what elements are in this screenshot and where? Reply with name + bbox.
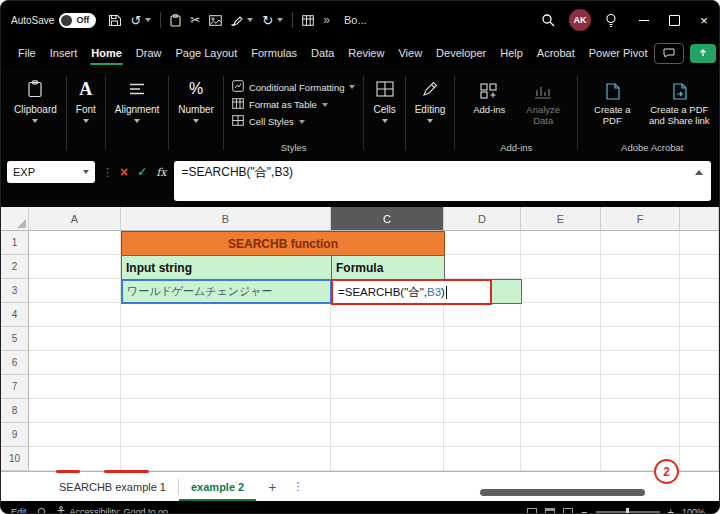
close-button[interactable]: ×	[689, 1, 719, 39]
select-all-corner[interactable]	[1, 207, 29, 231]
cell[interactable]	[601, 255, 680, 279]
row-header-10[interactable]: 10	[1, 447, 29, 471]
tab-draw[interactable]: Draw	[129, 41, 169, 66]
tab-overflow-icon[interactable]: ⋮	[292, 480, 303, 493]
cell[interactable]	[444, 375, 521, 399]
cell[interactable]	[29, 255, 121, 279]
tab-help[interactable]: Help	[493, 41, 530, 66]
cell[interactable]	[680, 279, 719, 303]
cell-styles-button[interactable]: Cell Styles	[232, 115, 305, 128]
zoom-out-button[interactable]: −	[581, 507, 587, 514]
cell[interactable]	[29, 231, 121, 255]
autosave-pill[interactable]: Off	[59, 13, 96, 28]
column-header-C[interactable]: C	[331, 207, 444, 231]
column-header-D[interactable]: D	[444, 207, 521, 231]
maximize-button[interactable]	[659, 1, 689, 39]
cell[interactable]	[121, 423, 331, 447]
cell[interactable]	[521, 447, 601, 471]
spreadsheet-grid[interactable]: SEARCHB function Input string Formula ワー…	[1, 207, 719, 471]
cell[interactable]	[444, 447, 521, 471]
cell[interactable]	[521, 327, 601, 351]
tab-view[interactable]: View	[391, 41, 429, 66]
cell[interactable]	[680, 351, 719, 375]
cell[interactable]	[331, 399, 444, 423]
cell[interactable]	[521, 399, 601, 423]
zoom-slider-thumb[interactable]	[626, 508, 629, 514]
editing-group-button[interactable]: Editing	[406, 70, 455, 156]
cell[interactable]	[331, 447, 444, 471]
minimize-button[interactable]	[629, 1, 659, 39]
cell[interactable]	[29, 351, 121, 375]
cell[interactable]	[680, 375, 719, 399]
format-painter-dropdown-icon[interactable]	[247, 18, 253, 22]
cell[interactable]	[680, 303, 719, 327]
cell[interactable]	[601, 351, 680, 375]
column-header-B[interactable]: B	[121, 207, 331, 231]
font-group-button[interactable]: A Font	[67, 70, 105, 156]
row-header-4[interactable]: 4	[1, 303, 29, 327]
clipboard-group-button[interactable]: Clipboard	[5, 70, 66, 156]
cell[interactable]	[444, 303, 521, 327]
sheet-tab-searchb-example-1[interactable]: SEARCHB example 1	[47, 472, 178, 501]
column-header-E[interactable]: E	[521, 207, 601, 231]
comments-button[interactable]	[654, 43, 684, 64]
cell[interactable]	[29, 447, 121, 471]
autosave-toggle[interactable]: AutoSave Off	[11, 13, 96, 28]
enter-icon[interactable]: ✓	[137, 165, 147, 179]
tab-page-layout[interactable]: Page Layout	[168, 41, 244, 66]
cell[interactable]	[444, 423, 521, 447]
cell[interactable]	[29, 303, 121, 327]
avatar[interactable]: AK	[569, 9, 591, 31]
tab-formulas[interactable]: Formulas	[244, 41, 304, 66]
tab-acrobat[interactable]: Acrobat	[530, 41, 582, 66]
insert-function-button[interactable]: fx	[156, 166, 166, 179]
tab-developer[interactable]: Developer	[429, 41, 493, 66]
row-header-8[interactable]: 8	[1, 399, 29, 423]
cell[interactable]	[121, 327, 331, 351]
column-header-blank[interactable]	[680, 207, 719, 231]
tab-file[interactable]: File	[11, 41, 43, 66]
cell-C3-formula-editing[interactable]: =SEARCHB("合",B3)	[331, 279, 492, 305]
accessibility-status[interactable]: Accessibility: Good to go	[56, 506, 169, 514]
cell[interactable]	[680, 231, 719, 255]
save-icon[interactable]	[108, 14, 121, 27]
share-button[interactable]	[690, 44, 716, 63]
alignment-group-button[interactable]: Alignment	[106, 70, 168, 156]
row-header-7[interactable]: 7	[1, 375, 29, 399]
row-header-9[interactable]: 9	[1, 423, 29, 447]
cell[interactable]	[521, 351, 601, 375]
format-as-table-button[interactable]: Format as Table	[232, 98, 328, 111]
tab-power-pivot[interactable]: Power Pivot	[582, 41, 655, 66]
column-header-F[interactable]: F	[601, 207, 680, 231]
cell[interactable]	[331, 327, 444, 351]
cell[interactable]	[601, 423, 680, 447]
cell[interactable]	[29, 399, 121, 423]
cell[interactable]	[29, 375, 121, 399]
create-pdf-button[interactable]: Create a PDF	[586, 78, 638, 127]
cells-group-button[interactable]: Cells	[364, 70, 404, 156]
cell-B1-title[interactable]: SEARCHB function	[121, 231, 445, 256]
sheet-tab-example-2[interactable]: example 2	[179, 472, 256, 501]
undo-icon[interactable]: ↺	[130, 13, 141, 28]
tab-insert[interactable]: Insert	[43, 41, 85, 66]
cell[interactable]	[444, 351, 521, 375]
cell[interactable]	[331, 303, 444, 327]
column-header-A[interactable]: A	[29, 207, 121, 231]
cell[interactable]	[680, 423, 719, 447]
name-box-dropdown-icon[interactable]	[83, 170, 89, 174]
cell[interactable]	[521, 279, 601, 303]
page-layout-view-icon[interactable]	[545, 508, 555, 514]
cell[interactable]	[601, 399, 680, 423]
cell[interactable]	[331, 375, 444, 399]
cell[interactable]	[444, 327, 521, 351]
cell[interactable]	[521, 423, 601, 447]
cell[interactable]	[521, 231, 601, 255]
cell[interactable]	[29, 423, 121, 447]
cell[interactable]	[680, 327, 719, 351]
cell[interactable]	[521, 255, 601, 279]
cell[interactable]	[121, 303, 331, 327]
name-box[interactable]: EXP	[7, 161, 95, 183]
redo-dropdown-icon[interactable]	[277, 18, 283, 22]
toolbar-overflow-icon[interactable]: »	[323, 13, 330, 27]
cell-B2-input-header[interactable]: Input string	[121, 255, 332, 280]
